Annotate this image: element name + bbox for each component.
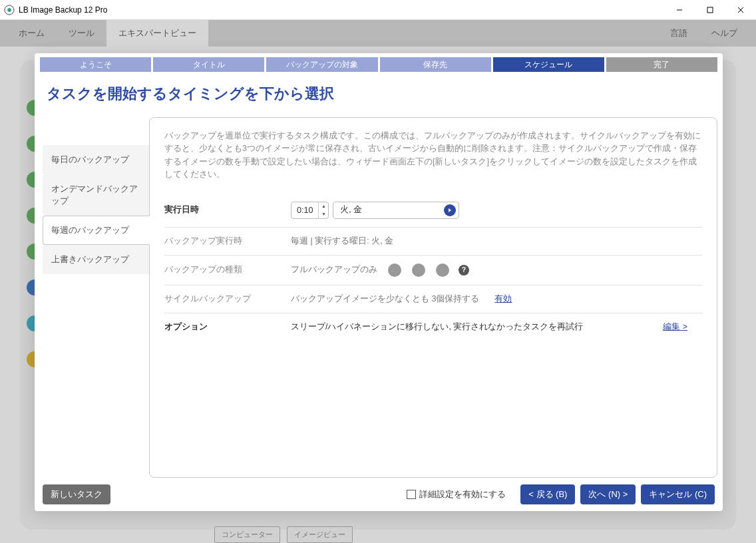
help-icon[interactable]: ? [459,265,469,275]
label-cycle-backup: サイクルバックアップ [164,293,291,305]
label-exec-when: バックアップ実行時 [164,236,291,247]
type-dot-1 [388,264,401,277]
window-controls [664,0,756,19]
advanced-checkbox[interactable]: 詳細設定を有効にする [407,489,506,500]
bg-menu-tool: ツール [57,20,106,47]
type-dot-2 [412,264,425,277]
edit-link[interactable]: 編集 > [663,321,687,333]
description-text: バックアップを週単位で実行するタスク構成です。この構成では、フルバックアップのみ… [164,130,702,182]
side-tab-overwrite[interactable]: 上書きバックアップ [43,245,149,274]
wizard-heading: タスクを開始するタイミングを下から選択 [40,80,717,117]
value-exec-when: 毎週 | 実行する曜日: 火, 金 [291,236,702,247]
side-tab-weekly[interactable]: 毎週のバックアップ [43,216,150,245]
app-icon [4,5,15,15]
value-cycle-backup: バックアップイメージを少なくとも 3個保持する [291,293,479,305]
bg-menu-expert: エキスパートビュー [106,20,208,47]
minimize-button[interactable] [664,0,695,20]
row-backup-type: バックアップの種類 フルバックアップのみ ? [164,256,702,285]
step-destination[interactable]: 保存先 [380,57,491,72]
side-tabs: 毎日のバックアップ オンデマンドバックアップ 毎週のバックアップ 上書きバックア… [43,117,149,478]
time-spin-up[interactable]: ▲ [319,202,328,210]
bg-btn-image: イメージビュー [287,526,353,543]
bg-menu-help: ヘルプ [699,20,749,47]
type-dot-3 [436,264,449,277]
row-option: オプション スリープ/ハイバネーションに移行しない, 実行されなかったタスクを再… [164,313,702,341]
titlebar: LB Image Backup 12 Pro [0,0,756,20]
row-cycle-backup: サイクルバックアップ バックアップイメージを少なくとも 3個保持する 有効 [164,285,702,313]
time-value: 0:10 [291,206,318,215]
step-target[interactable]: バックアップの対象 [266,57,377,72]
cycle-enable-link[interactable]: 有効 [494,293,512,305]
step-schedule[interactable]: スケジュール [493,57,604,72]
maximize-button[interactable] [695,0,725,20]
wizard-footer: 新しいタスク 詳細設定を有効にする < 戻る (B) 次へ (N) > キャンセ… [40,478,717,504]
step-welcome[interactable]: ようこそ [40,57,151,72]
time-spin-down[interactable]: ▼ [319,210,328,218]
label-run-time: 実行日時 [164,204,291,216]
time-input[interactable]: 0:10 ▲ ▼ [291,202,329,219]
label-option: オプション [164,321,291,333]
label-backup-type: バックアップの種類 [164,264,291,275]
back-button[interactable]: < 戻る (B) [520,484,575,504]
bg-btn-computer: コンピューター [214,526,280,543]
step-title[interactable]: タイトル [153,57,264,72]
cancel-button[interactable]: キャンセル (C) [641,484,715,504]
day-selector[interactable]: 火, 金 [333,202,459,219]
window-title: LB Image Backup 12 Pro [19,5,107,15]
side-tab-daily[interactable]: 毎日のバックアップ [43,145,149,174]
content-panel: バックアップを週単位で実行するタスク構成です。この構成では、フルバックアップのみ… [149,117,717,478]
next-button[interactable]: 次へ (N) > [580,484,636,504]
value-option: スリープ/ハイバネーションに移行しない, 実行されなかったタスクを再試行 [291,321,583,333]
bg-menu-lang: 言語 [658,20,699,47]
new-task-button[interactable]: 新しいタスク [43,484,110,504]
svg-point-2 [9,9,10,10]
day-value: 火, 金 [340,204,444,216]
step-done[interactable]: 完了 [606,57,717,72]
side-tab-ondemand[interactable]: オンデマンドバックアップ [43,174,149,216]
bg-menu-home: ホーム [7,20,57,47]
checkbox-icon [407,490,416,499]
close-button[interactable] [725,0,756,20]
arrow-right-icon [444,204,456,216]
row-exec-when: バックアップ実行時 毎週 | 実行する曜日: 火, 金 [164,228,702,256]
row-run-time: 実行日時 0:10 ▲ ▼ 火, 金 [164,194,702,228]
step-tabs: ようこそ タイトル バックアップの対象 保存先 スケジュール 完了 [40,57,717,72]
wizard-dialog: ようこそ タイトル バックアップの対象 保存先 スケジュール 完了 タスクを開始… [35,53,723,511]
value-backup-type: フルバックアップのみ [291,264,377,275]
advanced-label: 詳細設定を有効にする [419,489,506,500]
svg-rect-4 [707,7,713,13]
